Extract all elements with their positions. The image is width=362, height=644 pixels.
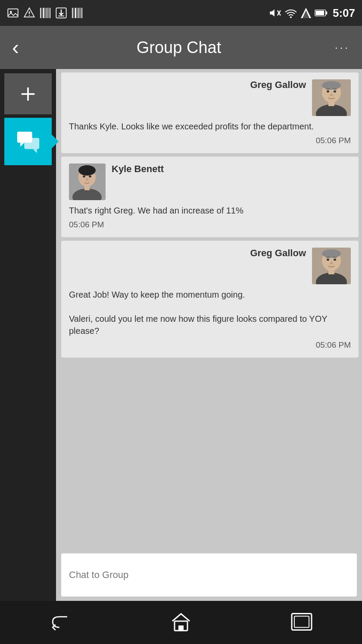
messages-container: Greg Gallow — [56, 69, 362, 549]
svg-point-3 — [29, 15, 30, 16]
svg-rect-33 — [24, 138, 39, 149]
svg-point-58 — [327, 259, 329, 261]
svg-point-46 — [78, 165, 96, 176]
nav-home-button[interactable] — [164, 609, 198, 635]
message-header: Greg Gallow — [69, 248, 351, 284]
svg-rect-9 — [48, 8, 49, 18]
message-header: Greg Gallow — [69, 79, 351, 116]
barcode-icon — [40, 7, 51, 19]
message-bubble: Greg Gallow — [61, 241, 359, 358]
signal-icon — [301, 7, 311, 19]
chat-icon — [16, 130, 40, 154]
svg-rect-8 — [47, 8, 47, 18]
svg-rect-5 — [42, 8, 42, 18]
warning-icon — [23, 7, 35, 19]
wifi-icon — [284, 7, 297, 19]
svg-rect-16 — [75, 8, 76, 18]
kyle-avatar-image — [69, 163, 106, 200]
back-nav-icon — [50, 612, 71, 633]
svg-point-37 — [322, 81, 341, 90]
svg-rect-6 — [43, 8, 44, 18]
svg-rect-7 — [45, 8, 46, 18]
svg-line-51 — [82, 174, 86, 174]
svg-rect-18 — [78, 8, 79, 18]
greg-avatar-image — [312, 79, 351, 116]
svg-rect-17 — [77, 8, 78, 18]
mute-icon — [269, 7, 281, 19]
chat-input-area — [56, 549, 362, 601]
page-title: Group Chat — [34, 38, 324, 57]
svg-rect-19 — [80, 8, 81, 18]
message-time: 05:06 PM — [69, 220, 351, 229]
svg-rect-27 — [326, 11, 328, 14]
app-header: ‹ Group Chat ··· — [0, 26, 362, 69]
svg-line-60 — [326, 257, 330, 258]
svg-rect-4 — [40, 8, 41, 18]
svg-point-23 — [290, 16, 292, 18]
svg-marker-32 — [20, 142, 24, 146]
status-bar: 5:07 — [0, 0, 362, 26]
sidebar — [0, 69, 56, 601]
avatar — [312, 79, 351, 116]
message-text: Thanks Kyle. Looks like we exceeded prof… — [69, 120, 351, 132]
message-header: Kyle Benett — [69, 163, 351, 200]
svg-rect-39 — [328, 100, 334, 106]
svg-rect-48 — [84, 185, 90, 190]
svg-point-49 — [83, 176, 85, 178]
svg-line-42 — [326, 89, 330, 89]
image-icon — [7, 7, 19, 19]
svg-line-61 — [333, 257, 337, 258]
sidebar-arrow — [52, 135, 59, 148]
avatar — [69, 163, 106, 200]
sender-name: Greg Gallow — [250, 79, 306, 91]
main-layout: Greg Gallow — [0, 69, 362, 601]
message-text: Great Job! Way to keep the momentum goin… — [69, 289, 351, 337]
add-chat-button[interactable] — [4, 73, 52, 114]
nav-back-button[interactable] — [43, 609, 78, 635]
message-bubble: Greg Gallow — [61, 72, 359, 153]
plus-icon — [19, 85, 37, 103]
svg-point-41 — [334, 91, 336, 93]
svg-point-59 — [334, 259, 336, 261]
chat-area: Greg Gallow — [56, 69, 362, 601]
message-time: 05:06 PM — [69, 340, 351, 350]
svg-point-40 — [327, 91, 329, 93]
status-icons-right: 5:07 — [269, 6, 355, 20]
svg-point-55 — [322, 249, 341, 258]
message-time: 05:06 PM — [69, 136, 351, 145]
svg-rect-65 — [294, 616, 309, 628]
svg-rect-57 — [328, 268, 334, 274]
svg-marker-34 — [33, 149, 37, 153]
greg-avatar-image2 — [312, 248, 351, 284]
svg-line-43 — [333, 89, 337, 89]
more-options-button[interactable]: ··· — [324, 41, 350, 53]
recents-nav-icon — [291, 612, 312, 633]
sender-name: Greg Gallow — [250, 248, 306, 259]
status-icons-left — [7, 7, 83, 19]
battery-icon — [315, 7, 328, 19]
svg-rect-10 — [50, 8, 50, 18]
svg-rect-20 — [81, 8, 82, 18]
time-display: 5:07 — [333, 6, 355, 20]
back-button[interactable]: ‹ — [12, 37, 34, 58]
chat-input[interactable] — [61, 553, 357, 597]
svg-rect-0 — [8, 9, 18, 17]
avatar — [312, 248, 351, 284]
svg-rect-28 — [316, 11, 324, 16]
nav-recents-button[interactable] — [284, 609, 319, 635]
svg-line-52 — [88, 174, 92, 174]
barcode2-icon — [72, 7, 83, 19]
sender-name: Kyle Benett — [112, 163, 164, 175]
message-bubble: Kyle Benett That's right Greg. We had an… — [61, 157, 359, 237]
message-text: That's right Greg. We had an increase of… — [69, 204, 351, 217]
bottom-nav — [0, 601, 362, 644]
chat-button[interactable] — [4, 118, 52, 165]
svg-rect-63 — [178, 625, 184, 631]
svg-rect-15 — [74, 8, 74, 18]
svg-rect-14 — [72, 8, 73, 18]
home-nav-icon — [170, 612, 192, 633]
svg-point-50 — [89, 176, 91, 178]
download-icon — [55, 7, 67, 19]
